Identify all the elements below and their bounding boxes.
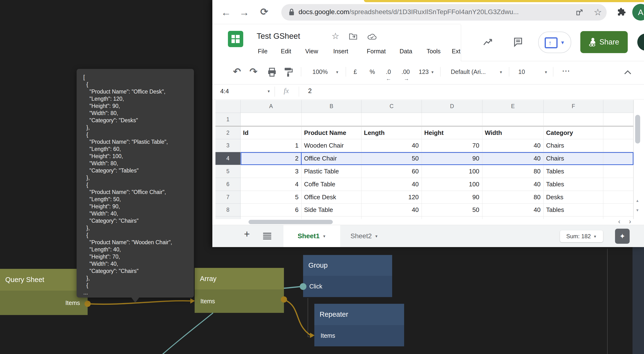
row-header-5[interactable]: 5 bbox=[216, 165, 240, 178]
cell[interactable] bbox=[482, 216, 544, 219]
print-icon[interactable] bbox=[267, 67, 277, 77]
cell[interactable]: 90 bbox=[422, 191, 482, 204]
more-toolbar-button[interactable]: ⋯ bbox=[562, 66, 570, 76]
name-box[interactable]: 4:4 bbox=[220, 87, 229, 95]
node-array[interactable]: Array Items bbox=[195, 268, 284, 313]
cell[interactable]: 80 bbox=[482, 191, 544, 204]
font-select[interactable]: Default (Ari... bbox=[451, 68, 496, 75]
node-group[interactable]: Group Click bbox=[303, 255, 392, 297]
cell[interactable] bbox=[302, 113, 362, 126]
extensions-puzzle-icon[interactable] bbox=[616, 7, 627, 17]
row-header-1[interactable]: 1 bbox=[216, 113, 240, 126]
cell[interactable]: 5 bbox=[240, 191, 302, 204]
star-document-icon[interactable]: ☆ bbox=[332, 31, 339, 41]
cell[interactable] bbox=[603, 126, 634, 139]
col-header-f[interactable]: F bbox=[544, 100, 603, 113]
move-folder-icon[interactable] bbox=[349, 32, 358, 40]
cell[interactable] bbox=[603, 204, 634, 216]
cell[interactable] bbox=[603, 178, 634, 191]
share-page-icon[interactable] bbox=[575, 8, 583, 16]
scroll-up-icon[interactable]: ▲ bbox=[636, 199, 639, 203]
sheet-avatar[interactable] bbox=[637, 33, 644, 51]
cell[interactable]: 90 bbox=[422, 152, 482, 165]
cell[interactable]: 40 bbox=[362, 178, 422, 191]
spreadsheet-grid[interactable]: A B C D E F 1 2 Id Product Name Length H… bbox=[216, 100, 634, 219]
back-icon[interactable]: ← bbox=[221, 7, 231, 18]
cell[interactable]: 60 bbox=[362, 165, 422, 178]
cell[interactable]: 3 bbox=[240, 165, 302, 178]
cell[interactable]: 40 bbox=[362, 139, 422, 152]
cell[interactable]: Chairs bbox=[544, 139, 603, 152]
cell[interactable] bbox=[544, 216, 603, 219]
array-items-output-port[interactable] bbox=[281, 296, 287, 303]
cell[interactable]: 4 bbox=[240, 178, 302, 191]
cell[interactable]: Tables bbox=[544, 165, 603, 178]
cell[interactable]: 100 bbox=[422, 165, 482, 178]
cell[interactable]: 40 bbox=[362, 204, 422, 216]
tab-sheet2[interactable]: Sheet2 ▼ bbox=[350, 225, 378, 247]
row-header-6[interactable]: 6 bbox=[216, 178, 240, 191]
cell[interactable] bbox=[603, 113, 634, 126]
currency-format-button[interactable]: £ bbox=[354, 68, 357, 75]
node-repeater[interactable]: Repeater Items bbox=[314, 304, 404, 346]
paint-format-icon[interactable] bbox=[283, 67, 293, 77]
cell[interactable]: Wooden Chair bbox=[302, 139, 362, 152]
row-header-2[interactable]: 2 bbox=[216, 126, 240, 139]
group-click-port[interactable] bbox=[300, 283, 306, 290]
cell[interactable]: Tables bbox=[544, 204, 603, 216]
row-header-7[interactable]: 7 bbox=[216, 191, 240, 204]
cell[interactable]: 40 bbox=[482, 152, 544, 165]
sum-badge[interactable]: Sum: 182 ▼ bbox=[560, 230, 603, 242]
corner-cell[interactable] bbox=[216, 100, 240, 113]
formula-input[interactable]: 2 bbox=[308, 87, 312, 95]
cloud-saved-icon[interactable] bbox=[368, 33, 376, 40]
zoom-select[interactable]: 100% bbox=[312, 68, 328, 75]
cell[interactable]: Product Name bbox=[302, 126, 362, 139]
omnibox[interactable]: docs.google.com/spreadsheets/d/1D3IRuxIl… bbox=[281, 4, 607, 20]
decrease-decimal-button[interactable]: .0 bbox=[386, 68, 391, 75]
share-button[interactable]: Share bbox=[580, 31, 628, 53]
cell[interactable]: Chairs bbox=[544, 152, 603, 165]
forward-icon[interactable]: → bbox=[239, 7, 249, 18]
cell[interactable]: Category bbox=[544, 126, 603, 139]
menu-data[interactable]: Data bbox=[400, 48, 412, 55]
percent-format-button[interactable]: % bbox=[370, 68, 375, 75]
active-cell[interactable]: 2 bbox=[240, 152, 302, 165]
all-sheets-icon[interactable] bbox=[263, 233, 271, 239]
redo-icon[interactable]: ↷ bbox=[250, 66, 258, 77]
menu-insert[interactable]: Insert bbox=[333, 48, 348, 55]
cell[interactable] bbox=[362, 216, 422, 219]
horizontal-scrollbar-thumb[interactable] bbox=[248, 220, 333, 224]
cell[interactable]: Tables bbox=[544, 178, 603, 191]
cell[interactable] bbox=[302, 216, 362, 219]
tab-sheet1[interactable]: Sheet1 ▼ bbox=[284, 225, 340, 247]
menu-tools[interactable]: Tools bbox=[426, 48, 440, 55]
explore-button[interactable]: ✦ bbox=[615, 229, 630, 244]
cell[interactable]: 50 bbox=[422, 204, 482, 216]
col-header-b[interactable]: B bbox=[302, 100, 362, 113]
array-items-input-arrow[interactable] bbox=[190, 298, 195, 304]
present-button[interactable]: ↑ ▼ bbox=[538, 31, 571, 53]
cell[interactable] bbox=[603, 191, 634, 204]
cell[interactable]: Width bbox=[482, 126, 544, 139]
menu-view[interactable]: View bbox=[305, 48, 318, 55]
bookmark-star-icon[interactable]: ☆ bbox=[594, 7, 602, 17]
row-header-3[interactable]: 3 bbox=[216, 139, 240, 152]
cell[interactable]: Coffe Table bbox=[302, 178, 362, 191]
col-header-e[interactable]: E bbox=[482, 100, 544, 113]
cell[interactable]: 40 bbox=[482, 204, 544, 216]
cell[interactable]: 1 bbox=[240, 139, 302, 152]
query-sheet-items-output-port[interactable] bbox=[84, 301, 91, 307]
menu-extensions[interactable]: Ext bbox=[452, 48, 460, 55]
cell[interactable]: 70 bbox=[422, 139, 482, 152]
cell[interactable]: 120 bbox=[362, 191, 422, 204]
cell[interactable]: Office Desk bbox=[302, 191, 362, 204]
node-query-sheet[interactable]: Query Sheet Items bbox=[0, 269, 88, 315]
cell[interactable] bbox=[482, 113, 544, 126]
undo-icon[interactable]: ↶ bbox=[233, 66, 241, 77]
cell[interactable]: Height bbox=[422, 126, 482, 139]
scroll-down-icon[interactable]: ▼ bbox=[636, 208, 639, 212]
cell[interactable] bbox=[422, 216, 482, 219]
comment-icon[interactable] bbox=[513, 37, 523, 47]
cell[interactable] bbox=[603, 139, 634, 152]
